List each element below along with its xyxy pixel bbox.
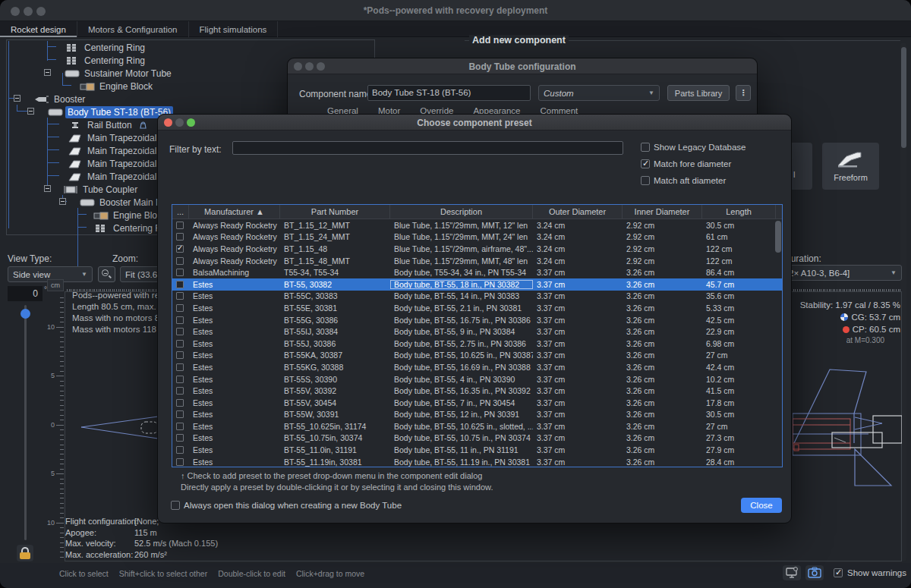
partial-button-label: l	[793, 170, 795, 179]
cg-icon	[840, 313, 848, 321]
cell: 41.5 cm	[702, 386, 776, 395]
chevron-down-icon: ▼	[891, 269, 897, 276]
row-checkbox[interactable]	[176, 222, 184, 229]
tree-expander-collapse[interactable]	[14, 95, 20, 102]
preset-table-row[interactable]: EstesBT-55_10.75in, 30374Body tube, BT-5…	[172, 432, 782, 445]
column-header-checkbox[interactable]: ...	[172, 205, 189, 219]
column-header-inner-diameter[interactable]: Inner Diameter	[623, 205, 702, 219]
parts-library-button[interactable]: Parts Library	[667, 85, 730, 101]
cell: BT-55KG, 30388	[280, 363, 390, 372]
cell: Estes	[189, 410, 280, 419]
preset-table-row[interactable]: BalsaMachiningT55-34, T55-34Body tube, T…	[172, 266, 782, 278]
column-header-description[interactable]: Description	[390, 205, 533, 219]
checkbox[interactable]	[641, 143, 650, 152]
cell: 3.37 cm	[533, 422, 623, 431]
row-checkbox[interactable]	[176, 340, 184, 347]
preset-table-row[interactable]: Always Ready RocketryBT_1.15_24_MMTBlue …	[172, 231, 782, 244]
preset-table-row[interactable]: EstesBT-55IJ, 30384Body tube, BT-55, 9 i…	[172, 325, 782, 338]
column-header-outer-diameter[interactable]: Outer Diameter	[533, 205, 623, 219]
cell: BalsaMachining	[189, 268, 280, 277]
preset-table-row[interactable]: EstesBT-55V, 30454Body tube, BT-55, 7 in…	[172, 397, 782, 409]
row-checkbox[interactable]	[176, 363, 184, 371]
filter-option-match-aft-diameter: Match aft diameter	[641, 176, 726, 185]
checkbox[interactable]	[641, 176, 650, 185]
row-checkbox[interactable]	[176, 410, 184, 418]
row-checkbox[interactable]	[176, 376, 184, 383]
tab-rocket-design[interactable]: Rocket design	[0, 21, 77, 37]
preset-table-row[interactable]: EstesBT-55E, 30381Body tube, BT-55, 2.1 …	[172, 302, 782, 314]
filter-input[interactable]	[232, 141, 623, 155]
cell: 3.37 cm	[533, 398, 623, 407]
cell: 27 cm	[702, 422, 776, 431]
preset-table-row[interactable]: EstesBT-55_11.0in, 31191Body tube, BT-55…	[172, 444, 782, 456]
row-checkbox[interactable]	[176, 257, 184, 265]
tab-flight-simulations[interactable]: Flight simulations	[189, 21, 279, 37]
rotation-input[interactable]: 0	[8, 286, 43, 301]
rotation-slider-knob[interactable]	[20, 309, 30, 319]
close-button[interactable]: Close	[741, 498, 782, 513]
cell: Always Ready Rocketry	[189, 244, 280, 253]
fin-icon	[68, 134, 83, 143]
preset-table-row[interactable]: EstesBT-55KG, 30388Body tube, BT-55, 16.…	[172, 361, 782, 373]
fin-icon	[68, 146, 83, 156]
column-header-manufacturer[interactable]: Manufacturer ▲	[189, 205, 280, 219]
preset-table-row[interactable]: EstesBT-55S, 30390Body tube, BT-55, 4 in…	[172, 373, 782, 385]
row-checkbox[interactable]	[176, 387, 184, 395]
rotation-slider-track[interactable]	[24, 305, 27, 540]
tree-expander-collapse[interactable]	[27, 108, 34, 115]
tree-item-centering-ring[interactable]: Centering Ring	[7, 41, 374, 54]
cell: BT-55_10.625in, 31174	[280, 422, 390, 431]
preset-table-row[interactable]: Always Ready RocketryBT_1.15_48_MMTBlue …	[172, 255, 782, 267]
column-header-length[interactable]: Length	[702, 205, 776, 219]
row-checkbox[interactable]	[176, 446, 184, 454]
zoom-out-button[interactable]	[98, 266, 115, 282]
preset-table-row[interactable]: EstesBT-55_10.625in, 31174Body tube, BT-…	[172, 420, 782, 432]
tab-motors-configuration[interactable]: Motors & Configuration	[77, 21, 189, 37]
preset-table-row[interactable]: EstesBT-55, 30382Body tube, BT-55, 18 in…	[172, 278, 782, 291]
rocket-info-line: Mass with motors 118 g	[72, 325, 164, 334]
tree-expander-collapse[interactable]	[44, 185, 51, 192]
row-checkbox[interactable]	[176, 458, 184, 466]
preset-table-row[interactable]: Always Ready RocketryBT_1.15_12_MMTBlue …	[172, 219, 782, 231]
row-checkbox[interactable]	[176, 245, 184, 253]
component-name-input[interactable]: Body Tube ST-18 (BT-56)	[367, 85, 531, 101]
cell: Estes	[189, 280, 280, 289]
preset-table-row[interactable]: EstesBT-55G, 30386Body tube, BT-55, 16.7…	[172, 314, 782, 326]
tree-expander-collapse[interactable]	[59, 198, 66, 205]
row-checkbox[interactable]	[176, 316, 184, 324]
row-checkbox[interactable]	[176, 328, 184, 335]
preset-table-row[interactable]: EstesBT-55W, 30391Body tube, BT-55, 12 i…	[172, 409, 782, 421]
tree-expander-collapse[interactable]	[44, 69, 51, 76]
row-checkbox[interactable]	[176, 281, 184, 288]
preset-table-row[interactable]: EstesBT-55J, 30386Body tube, BT-55, 2.75…	[172, 338, 782, 350]
always-open-checkbox[interactable]	[171, 501, 180, 510]
row-checkbox[interactable]	[176, 304, 184, 312]
table-scrollbar-thumb[interactable]	[775, 221, 781, 253]
camera-button[interactable]	[805, 565, 824, 580]
row-checkbox[interactable]	[176, 292, 184, 300]
row-checkbox[interactable]	[176, 399, 184, 407]
window-scrollbar-thumb[interactable]	[901, 47, 906, 148]
row-checkbox[interactable]	[176, 233, 184, 241]
preset-table-row[interactable]: EstesBT-55C, 30383Body tube, BT-55, 14 i…	[172, 291, 782, 303]
row-checkbox[interactable]	[176, 423, 184, 430]
column-header-part-number[interactable]: Part Number	[280, 205, 390, 219]
preset-table-row[interactable]: Always Ready RocketryBT_1.15_48Blue Tube…	[172, 243, 782, 255]
preset-table-row[interactable]: EstesBT-55V, 30392Body tube, BT-55, 16.3…	[172, 385, 782, 397]
lock-button[interactable]	[17, 545, 33, 561]
freeform-fin-button[interactable]: Freeform	[822, 143, 879, 190]
preset-select[interactable]: Custom▼	[538, 85, 660, 101]
row-checkbox[interactable]	[176, 434, 184, 442]
screenshot-monitor-button[interactable]	[783, 565, 801, 580]
preset-table-row[interactable]: EstesBT-55_11.19in, 30381Body tube, BT-5…	[172, 456, 782, 467]
checkbox[interactable]	[641, 159, 650, 168]
row-checkbox[interactable]	[176, 351, 184, 359]
row-checkbox[interactable]	[176, 269, 184, 276]
cell: 27.3 cm	[702, 433, 776, 442]
preset-table-row[interactable]: EstesBT-55KA, 30387Body tube, BT-55, 10.…	[172, 350, 782, 362]
show-warnings-checkbox[interactable]	[834, 568, 843, 577]
kebab-menu-button[interactable]: ⋮	[736, 85, 751, 101]
cell: Estes	[189, 422, 280, 431]
cell: 3.37 cm	[533, 351, 623, 360]
cell: 3.26 cm	[623, 458, 702, 467]
